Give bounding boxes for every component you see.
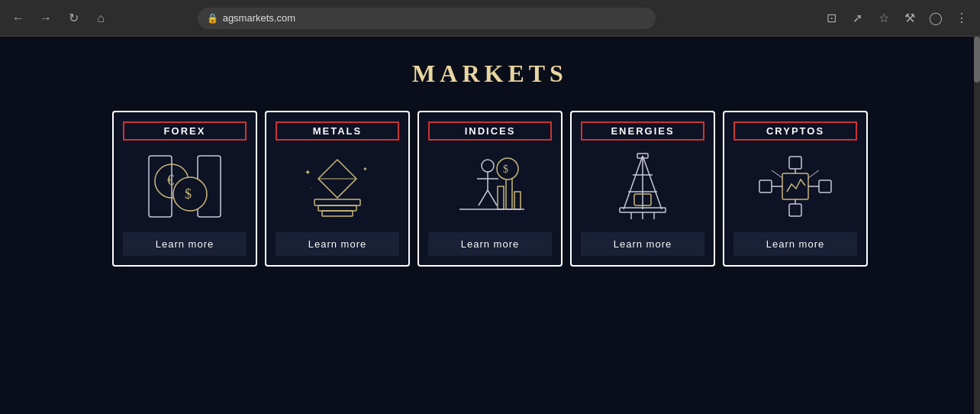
refresh-button[interactable]: ↻ xyxy=(63,8,84,29)
svg-rect-13 xyxy=(318,205,356,211)
svg-rect-14 xyxy=(322,211,353,216)
forex-card: FOREX € $ Learn more xyxy=(112,111,257,267)
browser-chrome: ← → ↻ ⌂ 🔒 agsmarkets.com ⊡ ➚ ☆ ⚒ ◯ ⋮ xyxy=(0,0,980,37)
forex-icon: € $ xyxy=(139,148,230,225)
forex-learn-more-button[interactable]: Learn more xyxy=(123,232,247,256)
svg-line-30 xyxy=(643,156,662,209)
svg-line-29 xyxy=(624,156,643,209)
bookmark-icon[interactable]: ☆ xyxy=(873,8,895,29)
cryptos-card: CRYPTOS xyxy=(723,111,868,267)
home-button[interactable]: ⌂ xyxy=(90,8,111,29)
svg-point-18 xyxy=(482,160,494,172)
svg-rect-24 xyxy=(506,179,512,209)
cryptos-icon xyxy=(750,148,841,225)
scrollbar[interactable] xyxy=(974,37,980,414)
scrollbar-thumb[interactable] xyxy=(974,37,980,82)
svg-line-49 xyxy=(772,170,782,178)
svg-rect-12 xyxy=(314,199,360,205)
forward-button[interactable]: → xyxy=(35,8,56,29)
svg-text:✦: ✦ xyxy=(305,168,311,176)
cryptos-learn-more-button[interactable]: Learn more xyxy=(733,232,857,256)
energies-title: ENERGIES xyxy=(581,121,704,141)
metals-learn-more-button[interactable]: Learn more xyxy=(276,232,399,256)
main-content: MARKETS FOREX € $ Learn more xyxy=(0,37,980,414)
energies-card: ENERGIES xyxy=(570,111,715,267)
svg-line-21 xyxy=(479,190,488,205)
indices-title: INDICES xyxy=(428,121,552,141)
cryptos-title: CRYPTOS xyxy=(733,121,857,141)
svg-text:$: $ xyxy=(185,186,192,202)
svg-rect-47 xyxy=(819,180,831,192)
svg-text:$: $ xyxy=(503,163,508,175)
back-button[interactable]: ← xyxy=(8,8,29,29)
indices-learn-more-button[interactable]: Learn more xyxy=(428,232,552,256)
indices-card: INDICES $ xyxy=(417,111,563,267)
svg-text:€: € xyxy=(167,173,174,188)
metals-title: METALS xyxy=(276,121,399,141)
svg-rect-25 xyxy=(514,192,521,209)
profile-icon[interactable]: ◯ xyxy=(925,8,946,29)
svg-line-8 xyxy=(337,160,356,179)
cast-icon[interactable]: ⊡ xyxy=(821,8,843,29)
indices-icon: $ xyxy=(444,148,536,225)
svg-line-50 xyxy=(808,170,819,178)
share-icon[interactable]: ➚ xyxy=(847,8,869,29)
cards-container: FOREX € $ Learn more METALS xyxy=(46,111,934,267)
svg-rect-23 xyxy=(498,186,504,209)
svg-line-10 xyxy=(337,179,356,198)
forex-title: FOREX xyxy=(123,121,247,141)
lock-icon: 🔒 xyxy=(207,13,218,24)
energies-icon xyxy=(597,148,688,225)
menu-icon[interactable]: ⋮ xyxy=(951,8,972,29)
svg-rect-41 xyxy=(789,157,801,169)
metals-card: METALS ✦ ✦ · xyxy=(265,111,410,267)
svg-rect-43 xyxy=(789,204,801,216)
energies-learn-more-button[interactable]: Learn more xyxy=(581,232,704,256)
extensions-icon[interactable]: ⚒ xyxy=(899,8,920,29)
svg-rect-40 xyxy=(782,173,808,199)
svg-line-9 xyxy=(318,179,337,198)
url-text: agsmarkets.com xyxy=(223,12,295,24)
page-title: MARKETS xyxy=(412,60,568,88)
svg-line-22 xyxy=(488,190,497,205)
svg-text:✦: ✦ xyxy=(363,166,368,173)
svg-rect-45 xyxy=(759,180,772,192)
toolbar-right: ⊡ ➚ ☆ ⚒ ◯ ⋮ xyxy=(821,8,972,29)
metals-icon: ✦ ✦ · xyxy=(292,148,383,225)
svg-line-7 xyxy=(318,160,337,179)
address-bar[interactable]: 🔒 agsmarkets.com xyxy=(198,8,656,29)
svg-text:·: · xyxy=(311,186,312,191)
